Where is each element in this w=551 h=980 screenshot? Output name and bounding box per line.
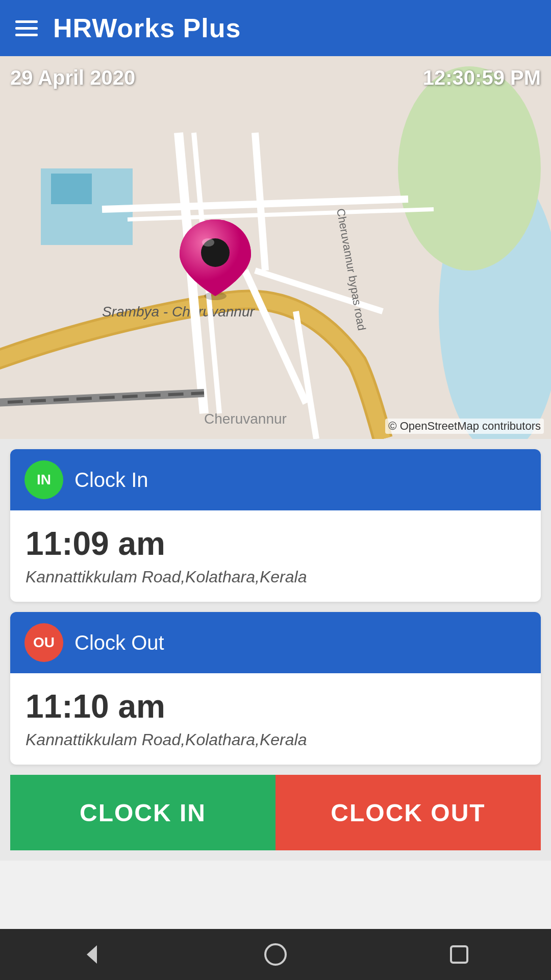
clock-in-body: 11:09 am Kannattikkulam Road,Kolathara,K… — [10, 510, 541, 602]
svg-point-12 — [265, 944, 286, 965]
svg-rect-13 — [451, 946, 467, 963]
map-date: 29 April 2020 — [10, 66, 135, 89]
map-time: 12:30:59 PM — [423, 66, 541, 89]
clock-out-label: Clock Out — [74, 631, 164, 654]
content-area: IN Clock In 11:09 am Kannattikkulam Road… — [0, 439, 551, 861]
map-svg: Srambya - Cheruvannur Cheruvannur bypas … — [0, 56, 551, 439]
clock-in-card: IN Clock In 11:09 am Kannattikkulam Road… — [10, 449, 541, 602]
svg-marker-11 — [87, 945, 97, 964]
map-attribution: © OpenStreetMap contributors — [385, 419, 544, 434]
clock-out-header: OU Clock Out — [10, 612, 541, 673]
clock-out-card: OU Clock Out 11:10 am Kannattikkulam Roa… — [10, 612, 541, 765]
svg-text:Cheruvannur: Cheruvannur — [204, 411, 287, 427]
clock-in-label: Clock In — [74, 469, 148, 492]
nav-recents-button[interactable] — [446, 941, 472, 968]
clock-in-address: Kannattikkulam Road,Kolathara,Kerala — [26, 568, 525, 586]
nav-home-button[interactable] — [262, 941, 289, 968]
clock-out-time: 11:10 am — [26, 688, 525, 725]
action-buttons: CLOCK IN CLOCK OUT — [10, 775, 541, 850]
clock-out-address: Kannattikkulam Road,Kolathara,Kerala — [26, 730, 525, 749]
app-header: HRWorks Plus — [0, 0, 551, 56]
clock-in-time: 11:09 am — [26, 525, 525, 562]
menu-button[interactable] — [15, 20, 38, 36]
app-title: HRWorks Plus — [53, 13, 241, 43]
svg-point-10 — [202, 238, 214, 247]
nav-back-button[interactable] — [79, 941, 105, 968]
svg-text:Srambya - Cheruvannur: Srambya - Cheruvannur — [102, 304, 255, 320]
clock-out-button[interactable]: CLOCK OUT — [276, 775, 541, 850]
clock-in-header: IN Clock In — [10, 449, 541, 510]
clock-out-badge: OU — [24, 623, 63, 662]
svg-rect-4 — [51, 174, 92, 204]
clock-in-badge: IN — [24, 460, 63, 499]
navigation-bar — [0, 929, 551, 980]
map-container: 29 April 2020 12:30:59 PM Srambya - Cher… — [0, 56, 551, 439]
svg-point-2 — [398, 66, 541, 271]
clock-out-body: 11:10 am Kannattikkulam Road,Kolathara,K… — [10, 673, 541, 765]
clock-in-button[interactable]: CLOCK IN — [10, 775, 276, 850]
